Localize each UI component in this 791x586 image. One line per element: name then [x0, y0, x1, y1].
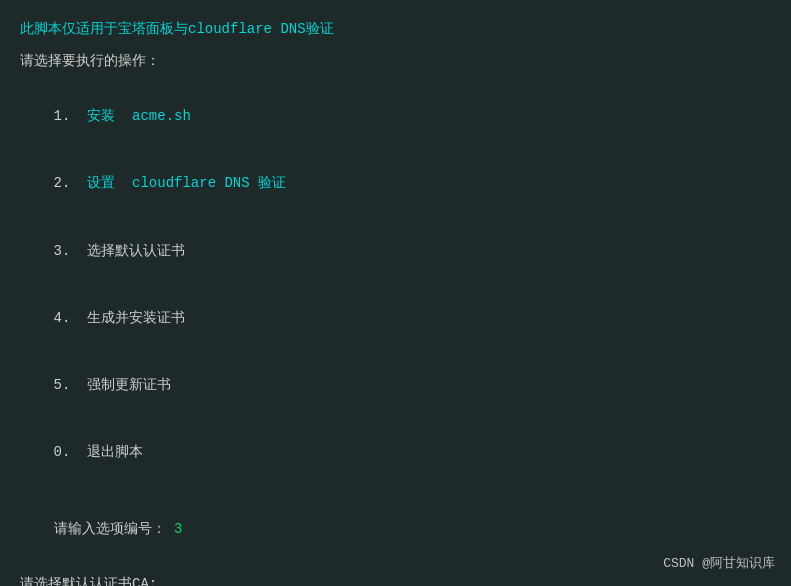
header-line: 此脚本仅适用于宝塔面板与cloudflare DNS验证 [20, 18, 771, 40]
watermark: CSDN @阿甘知识库 [663, 554, 775, 572]
menu-item-4: 4. 生成并安装证书 [20, 284, 771, 351]
menu-item-0: 0. 退出脚本 [20, 419, 771, 486]
ca-prompt: 请选择默认认证书CA: [20, 573, 771, 586]
menu-item-3: 3. 选择默认认证书 [20, 217, 771, 284]
menu-item-2: 2. 设置 cloudflare DNS 验证 [20, 150, 771, 217]
input-line-1: 请输入选项编号： 3 [20, 496, 771, 563]
menu-item-1: 1. 安装 acme.sh [20, 83, 771, 150]
action-prompt: 请选择要执行的操作： [20, 50, 771, 72]
menu-item-5: 5. 强制更新证书 [20, 351, 771, 418]
terminal: 此脚本仅适用于宝塔面板与cloudflare DNS验证 请选择要执行的操作： … [0, 0, 791, 586]
